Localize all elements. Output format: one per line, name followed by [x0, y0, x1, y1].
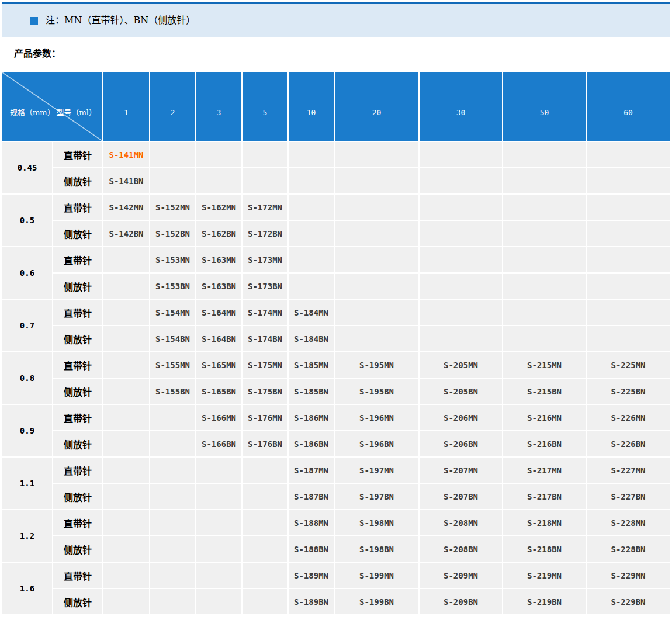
model-code-cell: S-196BN — [335, 431, 420, 458]
model-code-cell: S-225BN — [587, 379, 670, 405]
model-code-cell: S-198MN — [335, 510, 420, 536]
table-row-1.6-bn: 侧放针S-189BNS-199BNS-209BNS-219BNS-229BN — [2, 589, 670, 615]
empty-cell — [243, 458, 289, 484]
empty-cell — [503, 168, 587, 195]
empty-cell — [503, 326, 587, 352]
model-code-cell: S-219BN — [503, 589, 587, 615]
header-col-20: 20 — [335, 72, 420, 142]
empty-cell — [335, 221, 420, 247]
empty-cell — [289, 221, 335, 247]
spec-cell: 0.7 — [2, 300, 53, 352]
model-code-cell: S-153MN — [150, 247, 196, 274]
empty-cell — [335, 326, 420, 352]
empty-cell — [335, 142, 420, 168]
model-code-cell: S-225MN — [587, 352, 670, 379]
empty-cell — [103, 458, 150, 484]
empty-cell — [196, 589, 243, 615]
empty-cell — [503, 142, 587, 168]
model-code-cell: S-163BN — [196, 274, 243, 300]
table-row-1.2-mn: 1.2直带针S-188MNS-198MNS-208MNS-218MNS-228M… — [2, 510, 670, 536]
row-type-label: 侧放针 — [53, 431, 103, 458]
model-code-cell: S-219MN — [503, 563, 587, 589]
table-row-0.5-mn: 0.5直带针S-142MNS-152MNS-162MNS-172MN — [2, 195, 670, 221]
empty-cell — [103, 484, 150, 510]
table-row-0.8-mn: 0.8直带针S-155MNS-165MNS-175MNS-185MNS-195M… — [2, 352, 670, 379]
model-code-cell: S-229BN — [587, 589, 670, 615]
table-row-0.45-bn: 侧放针S-141BN — [2, 168, 670, 195]
model-code-cell: S-142BN — [103, 221, 150, 247]
model-code-cell: S-206MN — [420, 405, 503, 431]
spec-cell: 0.6 — [2, 247, 53, 300]
header-model-label: 型号（ml） — [57, 109, 97, 116]
empty-cell — [587, 195, 670, 221]
empty-cell — [335, 247, 420, 274]
spec-cell: 0.9 — [2, 405, 53, 458]
model-code-cell: S-165BN — [196, 379, 243, 405]
empty-cell — [420, 326, 503, 352]
model-code-cell: S-176BN — [243, 431, 289, 458]
table-row-0.6-mn: 0.6直带针S-153MNS-163MNS-173MN — [2, 247, 670, 274]
empty-cell — [243, 589, 289, 615]
row-type-label: 侧放针 — [53, 589, 103, 615]
empty-cell — [150, 589, 196, 615]
empty-cell — [420, 168, 503, 195]
model-code-cell: S-228MN — [587, 510, 670, 536]
empty-cell — [150, 405, 196, 431]
model-code-cell: S-195BN — [335, 379, 420, 405]
model-code-cell: S-173BN — [243, 274, 289, 300]
model-code-cell: S-164MN — [196, 300, 243, 326]
table-row-0.9-bn: 侧放针S-166BNS-176BNS-186BNS-196BNS-206BNS-… — [2, 431, 670, 458]
note-banner: 注：MN（直带针）、BN（侧放针） — [2, 2, 670, 37]
spec-cell: 0.5 — [2, 195, 53, 247]
empty-cell — [289, 247, 335, 274]
empty-cell — [243, 510, 289, 536]
model-code-cell: S-155MN — [150, 352, 196, 379]
model-code-cell: S-187MN — [289, 458, 335, 484]
empty-cell — [420, 195, 503, 221]
model-code-cell: S-187BN — [289, 484, 335, 510]
model-code-cell: S-196MN — [335, 405, 420, 431]
header-col-50: 50 — [503, 72, 587, 142]
table-row-0.7-mn: 0.7直带针S-154MNS-164MNS-174MNS-184MN — [2, 300, 670, 326]
empty-cell — [103, 352, 150, 379]
empty-cell — [150, 142, 196, 168]
model-code-cell: S-165MN — [196, 352, 243, 379]
row-type-label: 侧放针 — [53, 536, 103, 563]
empty-cell — [196, 484, 243, 510]
empty-cell — [103, 536, 150, 563]
row-type-label: 侧放针 — [53, 484, 103, 510]
model-code-cell: S-197BN — [335, 484, 420, 510]
empty-cell — [196, 142, 243, 168]
model-code-cell: S-162MN — [196, 195, 243, 221]
empty-cell — [503, 195, 587, 221]
model-code-cell[interactable]: S-141MN — [103, 142, 150, 168]
header-col-2: 2 — [150, 72, 196, 142]
model-code-cell: S-152BN — [150, 221, 196, 247]
model-code-cell: S-175MN — [243, 352, 289, 379]
empty-cell — [243, 168, 289, 195]
row-type-label: 直带针 — [53, 142, 103, 168]
spec-cell: 1.2 — [2, 510, 53, 563]
model-code-cell: S-172BN — [243, 221, 289, 247]
model-code-cell: S-226MN — [587, 405, 670, 431]
model-code-cell: S-184MN — [289, 300, 335, 326]
model-code-cell: S-216BN — [503, 431, 587, 458]
row-type-label: 直带针 — [53, 352, 103, 379]
empty-cell — [289, 142, 335, 168]
model-code-cell: S-216MN — [503, 405, 587, 431]
model-code-cell: S-198BN — [335, 536, 420, 563]
empty-cell — [420, 142, 503, 168]
model-code-cell: S-175BN — [243, 379, 289, 405]
empty-cell — [587, 247, 670, 274]
model-code-cell: S-227MN — [587, 458, 670, 484]
empty-cell — [150, 484, 196, 510]
model-code-cell: S-189BN — [289, 589, 335, 615]
model-code-cell: S-226BN — [587, 431, 670, 458]
row-type-label: 侧放针 — [53, 379, 103, 405]
empty-cell — [243, 142, 289, 168]
model-code-cell: S-184BN — [289, 326, 335, 352]
empty-cell — [503, 247, 587, 274]
empty-cell — [335, 274, 420, 300]
model-code-cell: S-188BN — [289, 536, 335, 563]
model-code-cell: S-208MN — [420, 510, 503, 536]
